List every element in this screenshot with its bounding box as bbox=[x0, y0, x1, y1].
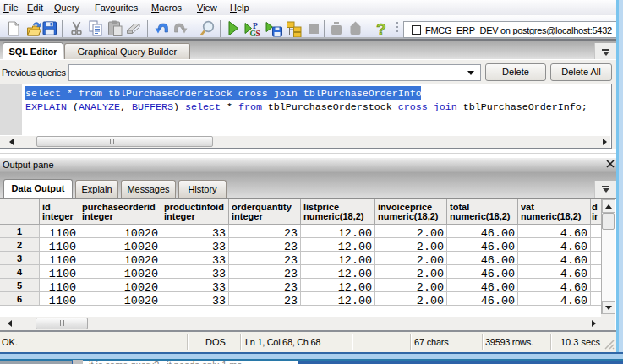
svg-text:S: S bbox=[256, 30, 260, 38]
svg-text:?: ? bbox=[376, 20, 386, 37]
